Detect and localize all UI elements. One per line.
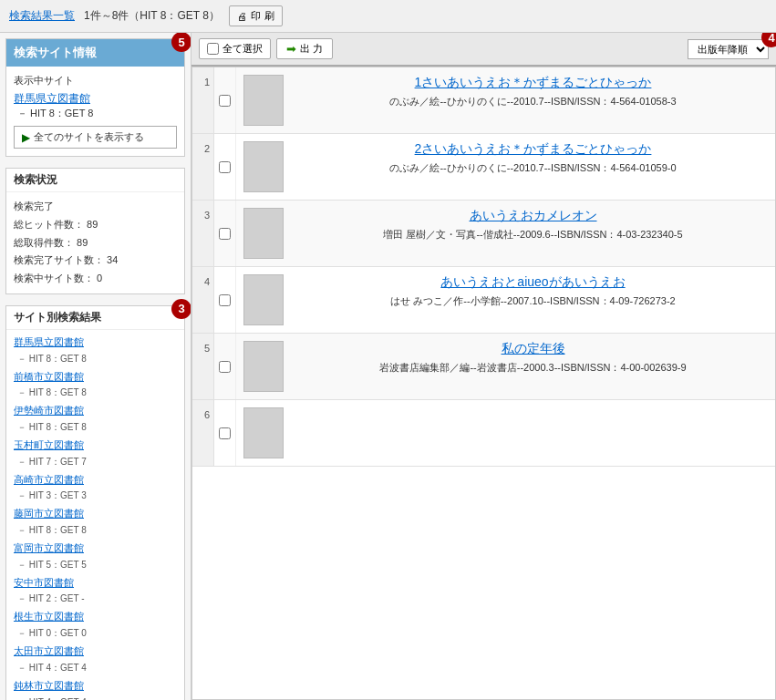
search-status-body: 検索完了 総ヒット件数： 89 総取得件数： 89 検索完了サイト数： 34	[6, 192, 184, 293]
site-link[interactable]: 伊勢崎市図書館	[14, 405, 84, 416]
result-title[interactable]: あいうえおとaiueoがあいうえお	[300, 274, 766, 291]
result-info: 私の定年後 岩波書店編集部／編--岩波書店--2000.3--ISBN/ISSN…	[291, 334, 775, 399]
list-item: 藤岡市立図書館－ HIT 8：GET 8	[14, 505, 177, 538]
select-all-checkbox[interactable]	[207, 43, 219, 55]
list-item: 安中市図書館－ HIT 2：GET -	[14, 574, 177, 607]
results-list: 1 1さいあいうえお＊かずまるごとひゃっか のぶみ／絵--ひかりのくに--201…	[191, 67, 776, 700]
site-link[interactable]: 安中市図書館	[14, 577, 74, 588]
badge-5: 5	[171, 33, 191, 52]
result-checkbox-col	[214, 134, 236, 200]
result-number: 1	[192, 67, 214, 133]
app-container: 検索結果一覧 1件～8件（HIT 8：GET 8） 🖨 印 刷 検索サイト情報 …	[0, 0, 776, 700]
thumbnail-placeholder	[243, 141, 284, 192]
site-hit-label: － HIT 4：GET 4	[17, 660, 177, 675]
select-all-label: 全て選択	[222, 42, 263, 56]
search-results-link[interactable]: 検索結果一覧	[9, 8, 75, 24]
result-meta: 増田 屋樹／文・写真--偕成社--2009.6--ISBN/ISSN：4-03-…	[300, 228, 766, 242]
site-hit-label: － HIT 7：GET 7	[17, 454, 177, 469]
print-label: 印	[251, 9, 261, 23]
result-info: 1さいあいうえお＊かずまるごとひゃっか のぶみ／絵--ひかりのくに--2010.…	[291, 67, 775, 133]
content-area: 全て選択 ➡ 出 力 出版年降順出版年昇順タイトル順 4 1	[191, 33, 776, 700]
total-get-label: 総取得件数：	[14, 237, 74, 248]
toolbar-right: 出版年降順出版年昇順タイトル順	[688, 39, 769, 59]
result-info: あいうえおとaiueoがあいうえお はせ みつこ／作--小学館--2007.10…	[291, 267, 775, 333]
top-bar: 検索結果一覧 1件～8件（HIT 8：GET 8） 🖨 印 刷	[0, 0, 776, 33]
list-item: 高崎市立図書館－ HIT 3：GET 3	[14, 471, 177, 504]
result-checkbox-col	[214, 201, 236, 266]
search-site-info-section: 検索サイト情報 表示中サイト 群馬県立図書館 － HIT 8：GET 8 ▶ 全…	[5, 38, 185, 157]
result-meta: 岩波書店編集部／編--岩波書店--2000.3--ISBN/ISSN：4-00-…	[300, 361, 766, 375]
site-hit-label: － HIT 8：GET 8	[17, 351, 177, 366]
select-all-button[interactable]: 全て選択	[199, 38, 271, 59]
result-thumbnail	[236, 67, 291, 133]
result-checkbox[interactable]	[219, 228, 231, 240]
result-checkbox[interactable]	[219, 294, 231, 306]
site-link[interactable]: 藤岡市立図書館	[14, 508, 84, 519]
showing-sites-label: 表示中サイト	[14, 74, 177, 88]
site-hit-label: － HIT 4：GET 4	[17, 695, 177, 700]
site-hit-text: － HIT 8：GET 8	[17, 107, 177, 120]
thumbnail-placeholder	[243, 208, 284, 259]
site-results-body: 群馬県立図書館－ HIT 8：GET 8前橋市立図書館－ HIT 8：GET 8…	[6, 330, 184, 700]
result-checkbox-col	[214, 267, 236, 333]
search-status-section: 検索状況 検索完了 総ヒット件数： 89 総取得件数： 89 検索完了サイト数：…	[5, 168, 185, 294]
arrow-icon: ▶	[22, 131, 30, 144]
site-name[interactable]: 群馬県立図書館	[14, 92, 90, 105]
list-item: 前橋市立図書館－ HIT 8：GET 8	[14, 368, 177, 401]
total-hits-value: 89	[87, 219, 98, 230]
site-link[interactable]: 高崎市立図書館	[14, 474, 84, 485]
site-hit-label: － HIT 2：GET -	[17, 591, 177, 606]
searching-sites-value: 0	[97, 273, 102, 283]
result-number: 5	[192, 334, 214, 399]
site-link[interactable]: 群馬県立図書館	[14, 336, 84, 347]
output-button[interactable]: ➡ 出 力	[276, 38, 333, 59]
result-title[interactable]: 1さいあいうえお＊かずまるごとひゃっか	[300, 75, 766, 91]
site-hit-label: － HIT 8：GET 8	[17, 419, 177, 435]
result-title[interactable]: 私の定年後	[300, 341, 766, 357]
printer-icon-btn[interactable]: 🖨 印 刷	[229, 5, 283, 26]
results-count: 1件～8件（HIT 8：GET 8）	[84, 8, 220, 24]
site-link[interactable]: 玉村町立図書館	[14, 439, 84, 450]
result-checkbox[interactable]	[219, 161, 231, 173]
result-checkbox-col	[214, 67, 236, 133]
search-status-value: 検索完了	[14, 198, 177, 216]
result-number: 3	[192, 201, 214, 266]
output-icon: ➡	[286, 42, 296, 56]
result-info	[291, 400, 775, 466]
table-row: 4 あいうえおとaiueoがあいうえお はせ みつこ／作--小学館--2007.…	[192, 267, 775, 334]
sidebar: 検索サイト情報 表示中サイト 群馬県立図書館 － HIT 8：GET 8 ▶ 全…	[0, 33, 191, 700]
site-link[interactable]: 富岡市立図書館	[14, 542, 84, 553]
list-item: 玉村町立図書館－ HIT 7：GET 7	[14, 437, 177, 469]
site-link[interactable]: 根生市立図書館	[14, 611, 84, 622]
table-row: 2 2さいあいうえお＊かずまるごとひゃっか のぶみ／絵--ひかりのくに--201…	[192, 134, 775, 201]
sort-select[interactable]: 出版年降順出版年昇順タイトル順	[688, 39, 769, 59]
site-link[interactable]: 鈍林市立図書館	[14, 680, 84, 691]
result-title[interactable]: あいうえおカメレオン	[300, 208, 766, 224]
show-all-sites-button[interactable]: ▶ 全てのサイトを表示する	[14, 126, 177, 149]
main-layout: 検索サイト情報 表示中サイト 群馬県立図書館 － HIT 8：GET 8 ▶ 全…	[0, 33, 776, 700]
table-row: 6	[192, 400, 775, 467]
table-row: 5 私の定年後 岩波書店編集部／編--岩波書店--2000.3--ISBN/IS…	[192, 334, 775, 400]
result-checkbox-col	[214, 334, 236, 399]
result-checkbox[interactable]	[219, 361, 231, 373]
site-link[interactable]: 太田市立図書館	[14, 645, 84, 656]
site-hit-label: － HIT 8：GET 8	[17, 522, 177, 538]
site-link[interactable]: 前橋市立図書館	[14, 371, 84, 382]
thumbnail-placeholder	[243, 75, 284, 126]
list-item: 群馬県立図書館－ HIT 8：GET 8	[14, 334, 177, 366]
result-number: 2	[192, 134, 214, 200]
result-checkbox[interactable]	[219, 95, 231, 107]
result-thumbnail	[236, 134, 291, 200]
result-title[interactable]: 2さいあいうえお＊かずまるごとひゃっか	[300, 141, 766, 158]
list-item: 太田市立図書館－ HIT 4：GET 4	[14, 643, 177, 675]
site-results-header: サイト別検索結果	[6, 306, 184, 330]
table-row: 3 あいうえおカメレオン 増田 屋樹／文・写真--偕成社--2009.6--IS…	[192, 201, 775, 267]
site-hit-label: － HIT 8：GET 8	[17, 385, 177, 400]
output-label: 出 力	[300, 42, 323, 56]
completed-sites-row: 検索完了サイト数： 34	[14, 252, 177, 270]
site-name-link[interactable]: 群馬県立図書館	[14, 91, 177, 107]
result-thumbnail	[236, 334, 291, 399]
result-checkbox[interactable]	[219, 427, 231, 439]
thumbnail-placeholder	[243, 407, 284, 458]
list-item: 根生市立図書館－ HIT 0：GET 0	[14, 608, 177, 641]
